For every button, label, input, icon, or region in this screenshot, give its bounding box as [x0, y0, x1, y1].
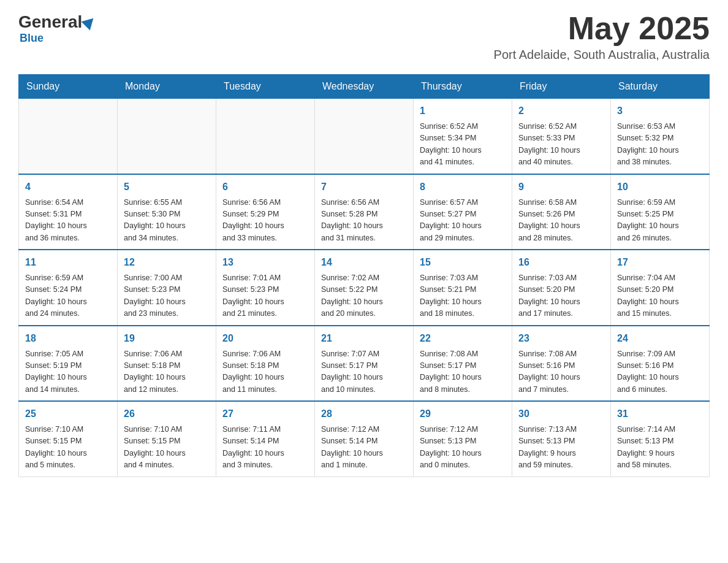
weekday-header-sunday: Sunday — [19, 75, 118, 99]
calendar-day-1: 1Sunrise: 6:52 AMSunset: 5:34 PMDaylight… — [414, 99, 512, 174]
page-header: General Blue May 2025 Port Adelaide, Sou… — [18, 12, 710, 62]
calendar-day-21: 21Sunrise: 7:07 AMSunset: 5:17 PMDayligh… — [315, 326, 414, 402]
day-info: Sunrise: 7:02 AMSunset: 5:22 PMDaylight:… — [321, 272, 407, 320]
calendar-day-5: 5Sunrise: 6:55 AMSunset: 5:30 PMDaylight… — [118, 174, 216, 250]
calendar-empty-cell — [118, 99, 216, 174]
day-number: 10 — [617, 180, 703, 194]
calendar-week-row: 25Sunrise: 7:10 AMSunset: 5:15 PMDayligh… — [19, 401, 710, 477]
calendar-day-27: 27Sunrise: 7:11 AMSunset: 5:14 PMDayligh… — [216, 401, 315, 477]
day-number: 9 — [518, 180, 604, 194]
day-info: Sunrise: 7:06 AMSunset: 5:18 PMDaylight:… — [124, 348, 210, 396]
day-info: Sunrise: 7:10 AMSunset: 5:15 PMDaylight:… — [25, 424, 111, 472]
day-number: 27 — [222, 407, 308, 421]
day-info: Sunrise: 6:59 AMSunset: 5:24 PMDaylight:… — [25, 272, 111, 320]
calendar-empty-cell — [216, 99, 315, 174]
day-info: Sunrise: 6:53 AMSunset: 5:32 PMDaylight:… — [617, 121, 703, 169]
weekday-header-tuesday: Tuesday — [216, 75, 315, 99]
day-number: 5 — [124, 180, 210, 194]
day-number: 22 — [420, 331, 506, 346]
day-number: 19 — [124, 331, 210, 346]
calendar-day-23: 23Sunrise: 7:08 AMSunset: 5:16 PMDayligh… — [512, 326, 611, 402]
weekday-header-row: SundayMondayTuesdayWednesdayThursdayFrid… — [19, 75, 710, 99]
calendar-day-19: 19Sunrise: 7:06 AMSunset: 5:18 PMDayligh… — [118, 326, 216, 402]
calendar-empty-cell — [315, 99, 414, 174]
day-info: Sunrise: 7:14 AMSunset: 5:13 PMDaylight:… — [617, 424, 703, 472]
day-info: Sunrise: 7:13 AMSunset: 5:13 PMDaylight:… — [518, 424, 604, 472]
day-info: Sunrise: 7:06 AMSunset: 5:18 PMDaylight:… — [222, 348, 308, 396]
day-number: 17 — [617, 255, 703, 270]
day-number: 23 — [518, 331, 604, 346]
day-number: 3 — [617, 104, 703, 118]
day-number: 12 — [124, 255, 210, 270]
day-info: Sunrise: 6:56 AMSunset: 5:29 PMDaylight:… — [222, 197, 308, 245]
day-number: 1 — [420, 104, 506, 118]
day-info: Sunrise: 6:56 AMSunset: 5:28 PMDaylight:… — [321, 197, 407, 245]
day-number: 25 — [25, 407, 111, 421]
day-info: Sunrise: 6:59 AMSunset: 5:25 PMDaylight:… — [617, 197, 703, 245]
day-number: 16 — [518, 255, 604, 270]
day-info: Sunrise: 7:01 AMSunset: 5:23 PMDaylight:… — [222, 272, 308, 320]
calendar-day-17: 17Sunrise: 7:04 AMSunset: 5:20 PMDayligh… — [611, 250, 710, 326]
calendar-day-20: 20Sunrise: 7:06 AMSunset: 5:18 PMDayligh… — [216, 326, 315, 402]
day-number: 31 — [617, 407, 703, 421]
calendar-day-4: 4Sunrise: 6:54 AMSunset: 5:31 PMDaylight… — [19, 174, 118, 250]
day-info: Sunrise: 7:08 AMSunset: 5:17 PMDaylight:… — [420, 348, 506, 396]
logo-triangle-icon — [82, 14, 98, 31]
day-number: 18 — [25, 331, 111, 346]
calendar-day-18: 18Sunrise: 7:05 AMSunset: 5:19 PMDayligh… — [19, 326, 118, 402]
day-info: Sunrise: 7:05 AMSunset: 5:19 PMDaylight:… — [25, 348, 111, 396]
calendar-day-11: 11Sunrise: 6:59 AMSunset: 5:24 PMDayligh… — [19, 250, 118, 326]
calendar-week-row: 18Sunrise: 7:05 AMSunset: 5:19 PMDayligh… — [19, 326, 710, 402]
weekday-header-monday: Monday — [118, 75, 216, 99]
calendar-day-8: 8Sunrise: 6:57 AMSunset: 5:27 PMDaylight… — [414, 174, 512, 250]
day-info: Sunrise: 7:03 AMSunset: 5:20 PMDaylight:… — [518, 272, 604, 320]
weekday-header-wednesday: Wednesday — [315, 75, 414, 99]
calendar-day-13: 13Sunrise: 7:01 AMSunset: 5:23 PMDayligh… — [216, 250, 315, 326]
calendar-table: SundayMondayTuesdayWednesdayThursdayFrid… — [18, 74, 710, 477]
day-number: 13 — [222, 255, 308, 270]
day-info: Sunrise: 6:57 AMSunset: 5:27 PMDaylight:… — [420, 197, 506, 245]
day-info: Sunrise: 7:10 AMSunset: 5:15 PMDaylight:… — [124, 424, 210, 472]
calendar-day-14: 14Sunrise: 7:02 AMSunset: 5:22 PMDayligh… — [315, 250, 414, 326]
day-info: Sunrise: 7:08 AMSunset: 5:16 PMDaylight:… — [518, 348, 604, 396]
day-number: 8 — [420, 180, 506, 194]
day-info: Sunrise: 6:52 AMSunset: 5:34 PMDaylight:… — [420, 121, 506, 169]
calendar-day-2: 2Sunrise: 6:52 AMSunset: 5:33 PMDaylight… — [512, 99, 611, 174]
day-info: Sunrise: 7:07 AMSunset: 5:17 PMDaylight:… — [321, 348, 407, 396]
day-info: Sunrise: 7:12 AMSunset: 5:14 PMDaylight:… — [321, 424, 407, 472]
day-number: 21 — [321, 331, 407, 346]
day-info: Sunrise: 7:12 AMSunset: 5:13 PMDaylight:… — [420, 424, 506, 472]
location-subtitle: Port Adelaide, South Australia, Australi… — [494, 48, 710, 62]
calendar-day-10: 10Sunrise: 6:59 AMSunset: 5:25 PMDayligh… — [611, 174, 710, 250]
logo-blue-text: Blue — [20, 32, 44, 45]
calendar-day-12: 12Sunrise: 7:00 AMSunset: 5:23 PMDayligh… — [118, 250, 216, 326]
day-number: 15 — [420, 255, 506, 270]
day-info: Sunrise: 7:11 AMSunset: 5:14 PMDaylight:… — [222, 424, 308, 472]
calendar-day-28: 28Sunrise: 7:12 AMSunset: 5:14 PMDayligh… — [315, 401, 414, 477]
day-number: 14 — [321, 255, 407, 270]
day-number: 4 — [25, 180, 111, 194]
weekday-header-saturday: Saturday — [611, 75, 710, 99]
calendar-day-24: 24Sunrise: 7:09 AMSunset: 5:16 PMDayligh… — [611, 326, 710, 402]
day-number: 30 — [518, 407, 604, 421]
calendar-day-31: 31Sunrise: 7:14 AMSunset: 5:13 PMDayligh… — [611, 401, 710, 477]
weekday-header-thursday: Thursday — [414, 75, 512, 99]
day-info: Sunrise: 7:09 AMSunset: 5:16 PMDaylight:… — [617, 348, 703, 396]
day-info: Sunrise: 7:04 AMSunset: 5:20 PMDaylight:… — [617, 272, 703, 320]
calendar-day-15: 15Sunrise: 7:03 AMSunset: 5:21 PMDayligh… — [414, 250, 512, 326]
calendar-day-30: 30Sunrise: 7:13 AMSunset: 5:13 PMDayligh… — [512, 401, 611, 477]
day-info: Sunrise: 6:55 AMSunset: 5:30 PMDaylight:… — [124, 197, 210, 245]
calendar-day-9: 9Sunrise: 6:58 AMSunset: 5:26 PMDaylight… — [512, 174, 611, 250]
calendar-day-25: 25Sunrise: 7:10 AMSunset: 5:15 PMDayligh… — [19, 401, 118, 477]
calendar-day-16: 16Sunrise: 7:03 AMSunset: 5:20 PMDayligh… — [512, 250, 611, 326]
calendar-day-29: 29Sunrise: 7:12 AMSunset: 5:13 PMDayligh… — [414, 401, 512, 477]
day-number: 7 — [321, 180, 407, 194]
month-year-title: May 2025 — [494, 12, 710, 44]
day-number: 2 — [518, 104, 604, 118]
day-info: Sunrise: 7:03 AMSunset: 5:21 PMDaylight:… — [420, 272, 506, 320]
calendar-week-row: 11Sunrise: 6:59 AMSunset: 5:24 PMDayligh… — [19, 250, 710, 326]
calendar-day-22: 22Sunrise: 7:08 AMSunset: 5:17 PMDayligh… — [414, 326, 512, 402]
title-block: May 2025 Port Adelaide, South Australia,… — [494, 12, 710, 62]
calendar-week-row: 1Sunrise: 6:52 AMSunset: 5:34 PMDaylight… — [19, 99, 710, 174]
day-info: Sunrise: 7:00 AMSunset: 5:23 PMDaylight:… — [124, 272, 210, 320]
